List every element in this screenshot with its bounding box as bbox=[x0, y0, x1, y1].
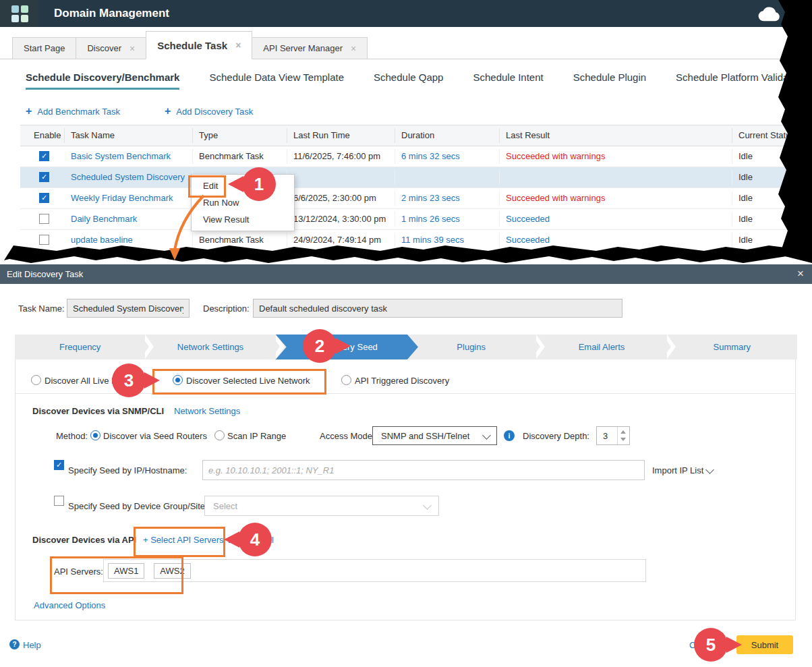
grid-square bbox=[11, 15, 19, 22]
section-tab-schedule-discovery-benchmark[interactable]: Schedule Discovery/Benchmark bbox=[26, 71, 179, 90]
radio-api-triggered-discovery[interactable] bbox=[341, 375, 351, 385]
task-name-link[interactable]: Basic System Benchmark bbox=[71, 151, 171, 161]
callout-4: 4 bbox=[238, 523, 272, 556]
task-table: EnableTask NameTypeLast Run TimeDuration… bbox=[20, 125, 812, 251]
dialog-close-icon[interactable]: × bbox=[797, 267, 804, 281]
enable-checkbox[interactable] bbox=[39, 151, 49, 161]
api-servers-field[interactable]: AWS1AWS2 bbox=[103, 559, 646, 582]
cloud-icon[interactable] bbox=[757, 6, 782, 22]
column-header: Last Run Time bbox=[293, 130, 350, 140]
column-separator bbox=[499, 212, 500, 227]
window-tab-strip: Start PageDiscover×Schedule Task×API Ser… bbox=[12, 32, 367, 59]
task-name-field[interactable] bbox=[67, 299, 190, 318]
enable-checkbox[interactable] bbox=[39, 214, 49, 224]
task-name-link[interactable]: Scheduled System Discovery bbox=[71, 172, 185, 182]
wizard-step-email-alerts[interactable]: Email Alerts bbox=[536, 335, 666, 359]
wizard-step-summary[interactable]: Summary bbox=[667, 335, 797, 359]
tab-close-icon[interactable]: × bbox=[235, 40, 241, 50]
current-status: Idle bbox=[738, 235, 753, 245]
last-result: Succeeded bbox=[506, 235, 550, 245]
radio-discover-via-seed-routers[interactable] bbox=[90, 430, 100, 440]
api-server-chip[interactable]: AWS1 bbox=[108, 563, 144, 579]
column-separator bbox=[287, 128, 287, 143]
tab-start-page[interactable]: Start Page bbox=[12, 37, 76, 59]
method-scan-ip-label: Scan IP Range bbox=[227, 431, 286, 441]
column-header: Current Status bbox=[738, 130, 795, 140]
task-type: Benchmark Task bbox=[199, 151, 264, 161]
info-icon[interactable]: i bbox=[504, 430, 515, 441]
column-separator bbox=[499, 233, 500, 248]
section-tab-schedule-platform-validation[interactable]: Schedule Platform Validation bbox=[676, 71, 805, 88]
radio-api-triggered-label: API Triggered Discovery bbox=[355, 376, 449, 386]
wizard-step-plugins[interactable]: Plugins bbox=[406, 335, 536, 359]
add-discovery-task-label: Add Discovery Task bbox=[176, 107, 253, 117]
section-tab-schedule-data-view-template[interactable]: Schedule Data View Template bbox=[209, 71, 344, 88]
discovery-depth-stepper[interactable]: 3 bbox=[596, 426, 630, 445]
column-separator bbox=[499, 191, 500, 206]
table-row[interactable]: Basic System BenchmarkBenchmark Task11/6… bbox=[20, 146, 812, 167]
menu-item-view-result[interactable]: View Result bbox=[192, 211, 294, 228]
add-benchmark-task-button[interactable]: + Add Benchmark Task bbox=[26, 105, 120, 117]
radio-scan-ip-range[interactable] bbox=[214, 430, 225, 440]
wizard-step-network-settings[interactable]: Network Settings bbox=[145, 335, 275, 359]
last-run-time: 6/6/2025, 2:30:00 pm bbox=[293, 193, 376, 203]
menu-item-run-now[interactable]: Run Now bbox=[192, 194, 294, 211]
wizard-steps: FrequencyNetwork SettingsDiscovery SeedP… bbox=[15, 335, 797, 359]
tab-close-icon[interactable]: × bbox=[129, 44, 135, 53]
description-field[interactable] bbox=[253, 299, 622, 318]
duration: 1 mins 26 secs bbox=[401, 214, 460, 224]
select-api-servers-button[interactable]: + Select API Servers bbox=[143, 535, 224, 545]
help-link[interactable]: Help bbox=[23, 640, 41, 650]
chevron-down-icon bbox=[423, 501, 432, 510]
import-ip-list-dropdown[interactable]: Import IP List bbox=[652, 465, 703, 475]
table-row[interactable]: Scheduled System DiscoveryIdle bbox=[20, 167, 812, 188]
wizard-step-frequency[interactable]: Frequency bbox=[15, 335, 145, 359]
page-title: Domain Management bbox=[54, 7, 169, 20]
api-server-chip[interactable]: AWS2 bbox=[154, 563, 190, 579]
table-row[interactable]: Weekly Friday Benchmark6/6/2025, 2:30:00… bbox=[20, 188, 812, 209]
section-tab-strip: Schedule Discovery/BenchmarkSchedule Dat… bbox=[26, 71, 805, 90]
duration: 11 mins 39 secs bbox=[401, 235, 464, 245]
enable-checkbox[interactable] bbox=[39, 193, 49, 203]
advanced-options-link[interactable]: Advanced Options bbox=[34, 600, 105, 610]
tab-discover[interactable]: Discover× bbox=[76, 37, 146, 59]
table-row[interactable]: Daily Benchmark13/12/2024, 3:30:00 pm1 m… bbox=[20, 209, 812, 230]
task-name-link[interactable]: Weekly Friday Benchmark bbox=[71, 193, 173, 203]
table-toolbar: + Add Benchmark Task + Add Discovery Tas… bbox=[26, 105, 253, 117]
radio-discover-selected-live-network[interactable] bbox=[173, 375, 183, 385]
app-launcher-button[interactable] bbox=[0, 0, 39, 27]
network-settings-link[interactable]: Network Settings bbox=[174, 406, 240, 416]
seed-group-select[interactable]: Select bbox=[204, 496, 439, 516]
stepper-divider bbox=[617, 427, 618, 444]
last-run-time: 24/9/2024, 7:49:14 pm bbox=[293, 235, 381, 245]
help-icon: ? bbox=[9, 639, 20, 649]
add-discovery-task-button[interactable]: + Add Discovery Task bbox=[165, 105, 253, 117]
duration: 2 mins 23 secs bbox=[401, 193, 460, 203]
enable-checkbox[interactable] bbox=[39, 172, 49, 182]
current-status: Idle bbox=[738, 172, 753, 182]
column-separator bbox=[395, 212, 395, 227]
tab-close-icon[interactable]: × bbox=[351, 44, 356, 53]
radio-discover-all-live-network[interactable] bbox=[31, 375, 41, 385]
current-status: Idle bbox=[738, 214, 753, 224]
tab-api-server-manager[interactable]: API Server Manager× bbox=[252, 37, 368, 59]
step-chevron-icon bbox=[271, 335, 280, 359]
section-tab-schedule-intent[interactable]: Schedule Intent bbox=[473, 71, 543, 88]
seed-ip-checkbox[interactable] bbox=[54, 460, 64, 470]
task-name-link[interactable]: Daily Benchmark bbox=[71, 214, 137, 224]
seed-ip-input[interactable] bbox=[202, 460, 645, 480]
access-mode-select[interactable]: SNMP and SSH/Telnet bbox=[372, 426, 497, 445]
stepper-down-icon[interactable] bbox=[620, 438, 626, 441]
seed-group-checkbox[interactable] bbox=[54, 496, 64, 506]
table-row[interactable]: update baselineBenchmark Task24/9/2024, … bbox=[20, 230, 812, 251]
section-tab-schedule-plugin[interactable]: Schedule Plugin bbox=[573, 71, 646, 88]
submit-button[interactable]: Submit bbox=[736, 635, 793, 654]
stepper-up-icon[interactable] bbox=[620, 430, 626, 434]
task-name-link[interactable]: update baseline bbox=[71, 235, 133, 245]
section-tab-schedule-qapp[interactable]: Schedule Qapp bbox=[374, 71, 443, 88]
column-separator bbox=[287, 149, 287, 164]
column-separator bbox=[732, 233, 732, 248]
tab-schedule-task[interactable]: Schedule Task× bbox=[146, 31, 252, 59]
column-separator bbox=[395, 233, 395, 248]
enable-checkbox[interactable] bbox=[39, 235, 49, 245]
